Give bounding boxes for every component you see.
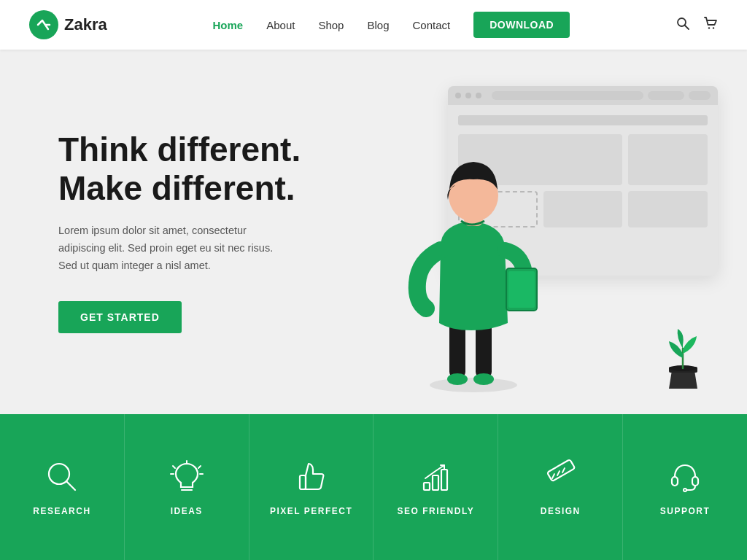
hero-section: Think different. Make different. Lorem i…: [0, 50, 747, 414]
feature-support-label: SUPPORT: [660, 506, 711, 516]
search-icon[interactable]: [676, 16, 690, 34]
feature-ideas-label: IDEAS: [171, 506, 203, 516]
main-nav: Home About Shop Blog Contact DOWNLOAD: [213, 12, 570, 38]
header: Zakra Home About Shop Blog Contact DOWNL…: [0, 0, 747, 50]
feature-pixel-label: PIXEL PERFECT: [270, 506, 352, 516]
svg-line-21: [198, 466, 201, 468]
cart-icon[interactable]: [703, 16, 718, 34]
thumbsup-feature-icon: [293, 458, 330, 496]
feature-pixel-perfect[interactable]: PIXEL PERFECT: [249, 414, 374, 560]
svg-rect-33: [692, 477, 698, 486]
hero-content: Think different. Make different. Lorem i…: [58, 131, 365, 333]
svg-line-2: [684, 25, 689, 29]
svg-point-34: [684, 489, 686, 491]
svg-rect-32: [672, 477, 678, 486]
nav-link-blog[interactable]: Blog: [367, 19, 389, 31]
feature-seo-label: SEO FRIENDLY: [398, 506, 475, 516]
ruler-feature-icon: [541, 458, 579, 496]
svg-rect-28: [547, 459, 575, 481]
chart-feature-icon: [417, 458, 454, 496]
feature-design-label: DESIGN: [541, 506, 581, 516]
feature-support[interactable]: SUPPORT: [623, 414, 747, 560]
feature-design[interactable]: DESIGN: [498, 414, 623, 560]
plant-decoration: [656, 323, 711, 392]
nav-link-about[interactable]: About: [266, 19, 295, 31]
logo-icon: [29, 10, 58, 39]
svg-line-17: [66, 481, 75, 490]
feature-ideas[interactable]: IDEAS: [125, 414, 249, 560]
person-figure: [397, 108, 550, 392]
svg-point-0: [29, 10, 58, 39]
svg-rect-26: [433, 475, 438, 490]
lightbulb-feature-icon: [168, 458, 206, 496]
svg-point-8: [447, 373, 468, 385]
svg-rect-25: [424, 483, 430, 490]
svg-rect-27: [441, 470, 447, 490]
svg-rect-24: [300, 475, 306, 489]
svg-point-4: [713, 27, 714, 28]
get-started-button[interactable]: GET STARTED: [58, 301, 182, 333]
nav-link-shop[interactable]: Shop: [318, 19, 344, 31]
svg-rect-11: [508, 271, 535, 308]
brand-name: Zakra: [64, 15, 107, 34]
feature-research-label: RESEARCH: [33, 506, 90, 516]
svg-point-5: [430, 378, 517, 392]
feature-seo[interactable]: SEO FRIENDLY: [374, 414, 498, 560]
svg-point-9: [473, 373, 494, 385]
svg-line-31: [562, 468, 565, 472]
svg-line-20: [173, 466, 175, 468]
svg-line-30: [557, 471, 560, 475]
logo[interactable]: Zakra: [29, 10, 107, 39]
headset-feature-icon: [666, 458, 704, 496]
hero-description: Lorem ipsum dolor sit amet, consectetur …: [58, 222, 292, 275]
svg-line-29: [552, 474, 554, 478]
feature-research[interactable]: RESEARCH: [0, 414, 125, 560]
download-button[interactable]: DOWNLOAD: [473, 12, 570, 38]
hero-illustration: [353, 71, 718, 392]
hero-title: Think different. Make different.: [58, 131, 365, 208]
nav-link-home[interactable]: Home: [213, 19, 244, 31]
header-icons: [676, 16, 718, 34]
nav-link-contact[interactable]: Contact: [412, 19, 450, 31]
features-bar: RESEARCH IDEAS PIXEL PERFECT S: [0, 414, 747, 560]
svg-point-3: [708, 27, 710, 28]
search-feature-icon: [43, 458, 81, 496]
